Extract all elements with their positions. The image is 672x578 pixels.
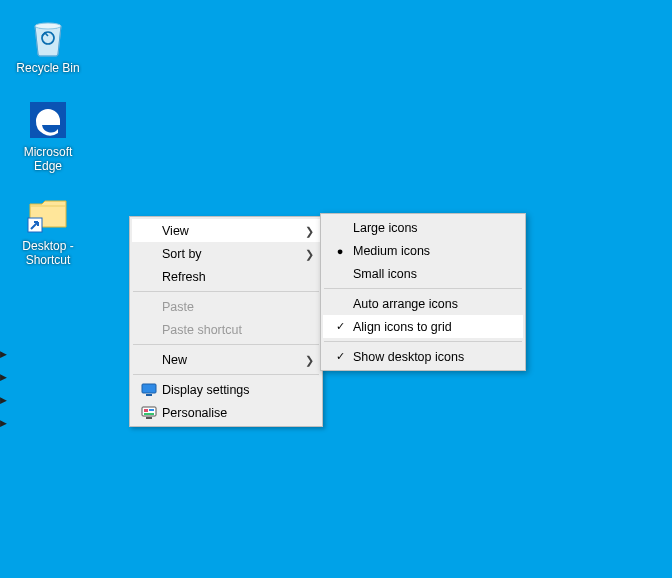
submenu-item-large-icons[interactable]: Large icons — [323, 216, 523, 239]
desktop-icon-label: Recycle Bin — [16, 62, 79, 76]
desktop-icon-shortcut[interactable]: Desktop - Shortcut — [8, 190, 88, 268]
menu-item-label: Personalise — [160, 406, 300, 420]
submenu-item-align-to-grid[interactable]: ✓ Align icons to grid — [323, 315, 523, 338]
chevron-right-icon: ❯ — [305, 354, 314, 365]
submenu-item-medium-icons[interactable]: ● Medium icons — [323, 239, 523, 262]
desktop-icon-label: Microsoft Edge — [8, 146, 88, 174]
menu-separator — [133, 344, 319, 345]
submenu-item-small-icons[interactable]: Small icons — [323, 262, 523, 285]
desktop-context-menu: View ❯ Sort by ❯ Refresh Paste Paste sho… — [129, 216, 323, 427]
menu-item-label: Display settings — [160, 383, 300, 397]
chevron-right-icon: ❯ — [305, 225, 314, 236]
menu-separator — [324, 288, 522, 289]
submenu-item-auto-arrange[interactable]: Auto arrange icons — [323, 292, 523, 315]
desktop-icon-recycle-bin[interactable]: Recycle Bin — [8, 12, 88, 76]
submenu-item-label: Large icons — [351, 221, 503, 235]
submenu-item-label: Medium icons — [351, 244, 503, 258]
svg-rect-3 — [142, 384, 156, 393]
menu-item-paste: Paste — [132, 295, 320, 318]
checkmark-icon: ✓ — [329, 320, 351, 333]
svg-rect-9 — [146, 417, 152, 419]
submenu-item-show-desktop-icons[interactable]: ✓ Show desktop icons — [323, 345, 523, 368]
edge-icon — [24, 96, 72, 144]
desktop-icon-edge[interactable]: Microsoft Edge — [8, 96, 88, 174]
radio-selected-icon: ● — [329, 245, 351, 257]
menu-item-label: Refresh — [160, 270, 300, 284]
menu-item-label: Paste — [160, 300, 300, 314]
menu-item-label: View — [160, 224, 300, 238]
menu-item-label: Sort by — [160, 247, 300, 261]
menu-separator — [133, 374, 319, 375]
svg-rect-8 — [144, 413, 154, 415]
view-submenu: Large icons ● Medium icons Small icons A… — [320, 213, 526, 371]
menu-item-view[interactable]: View ❯ — [132, 219, 320, 242]
recycle-bin-icon — [24, 12, 72, 60]
menu-separator — [133, 291, 319, 292]
svg-rect-6 — [144, 409, 148, 412]
submenu-item-label: Auto arrange icons — [351, 297, 503, 311]
menu-separator — [324, 341, 522, 342]
personalise-icon — [138, 406, 160, 420]
folder-shortcut-icon — [24, 190, 72, 238]
submenu-item-label: Show desktop icons — [351, 350, 503, 364]
svg-rect-4 — [146, 394, 152, 396]
menu-item-sort-by[interactable]: Sort by ❯ — [132, 242, 320, 265]
svg-point-0 — [35, 23, 61, 29]
menu-item-new[interactable]: New ❯ — [132, 348, 320, 371]
menu-item-personalise[interactable]: Personalise — [132, 401, 320, 424]
menu-item-label: Paste shortcut — [160, 323, 300, 337]
submenu-item-label: Align icons to grid — [351, 320, 503, 334]
edge-tick-marks: ▶▶▶▶ — [0, 350, 4, 428]
menu-item-refresh[interactable]: Refresh — [132, 265, 320, 288]
menu-item-label: New — [160, 353, 300, 367]
menu-item-display-settings[interactable]: Display settings — [132, 378, 320, 401]
svg-rect-7 — [149, 409, 154, 411]
desktop-icon-label: Desktop - Shortcut — [8, 240, 88, 268]
menu-item-paste-shortcut: Paste shortcut — [132, 318, 320, 341]
submenu-item-label: Small icons — [351, 267, 503, 281]
chevron-right-icon: ❯ — [305, 248, 314, 259]
display-settings-icon — [138, 383, 160, 397]
checkmark-icon: ✓ — [329, 350, 351, 363]
